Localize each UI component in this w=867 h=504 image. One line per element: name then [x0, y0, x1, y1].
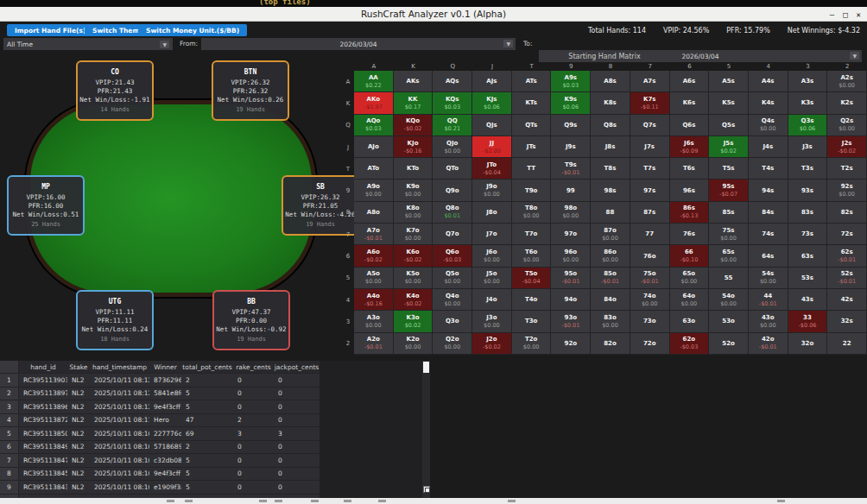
table-row[interactable]: 4RC3951138729NL22025/10/11 08:11:19Hero4…: [0, 414, 320, 428]
column-header-total_pot_cents[interactable]: total_pot_cents: [181, 363, 233, 371]
matrix-cell-value: $0.00: [602, 322, 618, 329]
matrix-cell-hand: 98o: [565, 205, 578, 211]
matrix-cell-hand: K8s: [604, 99, 616, 106]
matrix-cell-value: $0.00: [365, 278, 382, 285]
matrix-cell-hand: 62o: [683, 336, 696, 343]
column-header-hand_id[interactable]: hand_id: [19, 363, 67, 371]
matrix-cell-32s: 32s: [827, 311, 867, 332]
column-header-hand_timestamp[interactable]: hand_timestamp: [90, 363, 149, 371]
matrix-cell-hand: J4o: [486, 296, 497, 303]
maximize-button[interactable]: □: [843, 10, 847, 19]
table-cell: 2025/10/11 08:10:18: [90, 457, 149, 464]
column-header-Stake[interactable]: Stake: [67, 363, 90, 371]
matrix-cell-hand: J6s: [684, 140, 694, 147]
matrix-cell-74o: 74o$0.00: [630, 289, 670, 311]
matrix-cell-value: -$0.02: [404, 125, 422, 132]
matrix-cell-82o: 82o: [591, 333, 630, 355]
table-row[interactable]: 2RC3951138979NL22025/10/11 08:12:185841e…: [0, 387, 320, 401]
matrix-cell-hand: JJ: [490, 140, 494, 147]
table-cell: 0: [274, 416, 320, 424]
matrix-cell-value: -$0.04: [522, 278, 541, 285]
table-row[interactable]: 9RC3951138436NL22025/10/11 08:10:10e1909…: [0, 481, 320, 495]
matrix-title: Starting Hand Matrix: [342, 53, 867, 60]
matrix-cell-T7s: T7s: [630, 158, 670, 180]
column-header-jackpot_cents[interactable]: jackpot_cents: [274, 363, 320, 371]
table-cell: 2025/10/11 08:10:15: [90, 469, 149, 477]
matrix-cell-hand: 87o: [604, 227, 617, 234]
table-cell: NL2: [67, 457, 90, 464]
table-row[interactable]: 7RC3951138475NL22025/10/11 08:10:18c32db…: [0, 454, 320, 468]
matrix-cell-88: 88: [591, 202, 630, 224]
matrix-cell-Q5o: Q5o$0.00: [433, 268, 472, 289]
matrix-cell-84o: 84o: [591, 289, 630, 311]
matrix-cell-hand: 32o: [801, 340, 814, 347]
matrix-cell-hand: A8o: [367, 209, 380, 216]
from-date-input[interactable]: 2026/03/04 ▼: [201, 38, 516, 50]
matrix-cell-hand: QJo: [446, 140, 458, 147]
close-button[interactable]: ✕: [857, 10, 861, 19]
matrix-cell-hand: 64o: [683, 293, 696, 299]
matrix-cell-value: -$0.04: [483, 169, 501, 176]
matrix-col-header: 2: [827, 62, 867, 71]
table-cell: 2025/10/11 08:12:14: [90, 403, 149, 411]
seat-box-co: COVPIP:21.43PFR:21.43Net Win/Loss:-1.911…: [76, 60, 154, 121]
column-header-rake_cents[interactable]: rake_cents: [233, 363, 274, 371]
matrix-cell-A9s: A9s$0.03: [551, 71, 591, 92]
seat-net: Net Win/Loss:0.26: [218, 96, 284, 104]
matrix-cell-hand: 65s: [723, 249, 735, 255]
minimize-button[interactable]: —: [830, 10, 834, 19]
matrix-cell-53o: 53o: [709, 311, 749, 332]
matrix-row-label: 3: [342, 311, 354, 332]
scroll-down-button[interactable]: [423, 486, 430, 493]
matrix-row-label: 6: [342, 245, 354, 267]
matrix-cell-54s: 54s$0.00: [749, 268, 788, 289]
time-range-select[interactable]: All Time ▼: [3, 38, 173, 50]
import-hand-files-button[interactable]: Import Hand File(s): [7, 24, 93, 36]
matrix-cell-96o: 96o$0.00: [551, 245, 591, 267]
matrix-cell-hand: J8o: [486, 209, 497, 216]
switch-money-unit-button[interactable]: Switch Money Unit.($/BB): [138, 24, 247, 36]
table-cell: NL2: [67, 416, 90, 424]
matrix-cell-hand: 73s: [801, 230, 813, 237]
window-title: RushCraft Analyzer v0.1 (Alpha): [0, 9, 867, 19]
matrix-cell-hand: J9o: [486, 183, 497, 190]
table-row[interactable]: 5RC3951138509NL22025/10/11 08:10:2622777…: [0, 427, 320, 441]
matrix-cell-A8o: A8o: [354, 202, 394, 224]
matrix-cell-Q2o: Q2o$0.00: [433, 333, 472, 355]
matrix-cell-K8o: K8o$0.00: [394, 202, 434, 224]
matrix-cell-J2s: J2s-$0.02: [827, 136, 867, 158]
table-scrollbar-thumb[interactable]: [423, 362, 429, 373]
matrix-cell-hand: 43s: [801, 296, 813, 303]
table-row[interactable]: 1RC3951139030NL22025/10/11 08:12:3087362…: [0, 374, 320, 387]
matrix-cell-value: $0.00: [642, 300, 658, 307]
matrix-cell-value: $0.00: [562, 256, 579, 263]
matrix-cell-J8o: J8o: [472, 202, 512, 224]
table-row[interactable]: 3RC3951138963NL22025/10/11 08:12:149e4f3…: [0, 400, 320, 414]
matrix-cell-T5s: T5s: [709, 158, 749, 180]
matrix-cell-hand: T3o: [525, 318, 537, 324]
matrix-cell-value: -$0.16: [404, 148, 422, 154]
matrix-cell-hand: Q7s: [643, 122, 656, 129]
matrix-cell-value: $0.00: [484, 191, 500, 198]
matrix-cell-value: $0.06: [562, 104, 579, 110]
matrix-cell-KQs: KQs$0.03: [433, 92, 472, 114]
matrix-cell-83o: 83o$0.00: [591, 311, 630, 332]
matrix-cell-hand: Q3o: [446, 318, 459, 324]
matrix-cell-hand: 42s: [841, 296, 853, 303]
table-scrollbar[interactable]: [422, 361, 430, 498]
matrix-cell-hand: KK: [408, 96, 418, 103]
table-row[interactable]: 6RC3951138491NL22025/10/11 08:10:2257186…: [0, 441, 320, 455]
matrix-cell-T2o: T2o$0.00: [512, 333, 552, 355]
matrix-cell-83s: 83s: [788, 202, 828, 224]
matrix-cell-hand: 74o: [643, 293, 656, 299]
matrix-col-header: 9: [551, 62, 591, 71]
matrix-cell-value: $0.00: [523, 256, 540, 263]
matrix-cell-value: -$0.07: [719, 191, 737, 198]
column-header-Winner[interactable]: Winner: [149, 363, 181, 371]
matrix-cell-K9o: K9o$0.00: [394, 180, 434, 201]
matrix-cell-72o: 72o: [630, 333, 670, 355]
matrix-cell-52s: 52s-$0.01: [827, 268, 867, 289]
matrix-cell-value: $0.06: [484, 104, 500, 110]
table-row[interactable]: 8RC3951138459NL22025/10/11 08:10:159e4f3…: [0, 468, 320, 482]
matrix-cell-hand: K6s: [683, 99, 695, 106]
